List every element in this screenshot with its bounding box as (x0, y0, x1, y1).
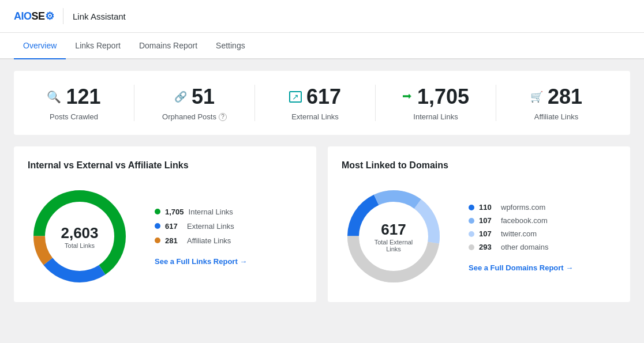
facebook-dot (469, 218, 474, 224)
stat-internal-links: ⮕ 1,705 Internal Links (376, 85, 496, 121)
logo: AIOSE⚙ (14, 10, 54, 22)
domains-total-label: Total External Links (368, 239, 420, 252)
search-icon: 🔍 (47, 90, 61, 104)
external-legend-label: External Links (187, 222, 234, 231)
domains-donut-section: 617 Total External Links 110 wpforms.com (342, 184, 616, 288)
links-full-report-link[interactable]: See a Full Links Report → (155, 257, 247, 266)
posts-crawled-number: 121 (66, 85, 100, 109)
internal-links-label: Internal Links (413, 112, 458, 121)
links-report-anchor[interactable]: See a Full Links Report → (155, 257, 247, 266)
tab-links-report[interactable]: Links Report (66, 33, 130, 59)
logo-o-icon: ⚙ (45, 10, 54, 22)
charts-row: Internal vs External vs Affiliate Links (14, 146, 630, 302)
stat-posts-crawled-row: 🔍 121 (47, 85, 100, 109)
stat-posts-crawled: 🔍 121 Posts Crawled (28, 85, 134, 121)
legend-internal: 1,705 Internal Links (155, 208, 247, 216)
internal-legend-count: 1,705 (165, 208, 184, 216)
affiliate-links-number: 281 (548, 85, 582, 109)
domain-item-wpforms: 110 wpforms.com (469, 203, 573, 212)
stat-orphaned-posts-row: 🔗 51 (174, 85, 215, 109)
affiliate-legend-label: Affiliate Links (187, 236, 231, 245)
domains-full-report-link[interactable]: See a Full Domains Report → (469, 263, 573, 272)
domains-report-anchor[interactable]: See a Full Domains Report → (469, 263, 573, 272)
other-name: other domains (501, 243, 548, 251)
app-title: Link Assistant (73, 12, 126, 21)
links-chart-title: Internal vs External vs Affiliate Links (28, 160, 302, 171)
stats-card: 🔍 121 Posts Crawled 🔗 51 Orphaned Posts … (14, 71, 630, 135)
internal-link-icon: ⮕ (402, 91, 413, 103)
twitter-count: 107 (479, 229, 496, 238)
links-donut-center: 2,603 Total Links (61, 224, 98, 249)
external-links-number: 617 (306, 85, 341, 109)
external-link-icon: ↗ (289, 91, 302, 103)
affiliate-legend-count: 281 (165, 236, 182, 245)
domain-item-other: 293 other domains (469, 243, 573, 251)
stat-external-links: ↗ 617 External Links (255, 85, 376, 121)
nav-tabs: Overview Links Report Domains Report Set… (0, 33, 644, 59)
logo-text: AIOSE⚙ (14, 10, 54, 22)
domains-donut-center: 617 Total External Links (368, 221, 420, 252)
legend-external: 617 External Links (155, 222, 247, 231)
broken-link-icon: 🔗 (174, 91, 187, 103)
links-donut-section: 2,603 Total Links 1,705 Internal Links (28, 184, 302, 288)
domains-total-number: 617 (368, 221, 420, 239)
affiliate-legend-dot (155, 238, 160, 243)
legend-affiliate: 281 Affiliate Links (155, 236, 247, 245)
domains-chart-title: Most Linked to Domains (342, 160, 616, 171)
wpforms-dot (469, 205, 474, 210)
app-header: AIOSE⚙ Link Assistant (0, 0, 644, 33)
orphaned-posts-help-icon[interactable]: ? (219, 113, 227, 121)
links-legend: 1,705 Internal Links 617 External Links … (155, 208, 247, 245)
domains-chart-card: Most Linked to Domains (328, 146, 630, 302)
stat-affiliate-links: 🛒 281 Affiliate Links (496, 85, 616, 121)
other-count: 293 (479, 243, 496, 251)
internal-legend-label: Internal Links (189, 208, 233, 216)
wpforms-name: wpforms.com (501, 203, 545, 212)
domains-legend-area: 110 wpforms.com 107 facebook.com 107 twi… (469, 201, 573, 272)
logo-seo: SE (32, 10, 45, 22)
links-total-number: 2,603 (61, 224, 98, 242)
internal-legend-dot (155, 209, 160, 214)
orphaned-posts-number: 51 (192, 85, 215, 109)
external-legend-dot (155, 223, 160, 229)
logo-aio: AIO (14, 10, 32, 22)
facebook-count: 107 (479, 216, 496, 225)
twitter-name: twitter.com (501, 229, 537, 238)
tab-domains-report[interactable]: Domains Report (130, 33, 207, 59)
external-links-label: External Links (291, 112, 339, 121)
stat-internal-links-row: ⮕ 1,705 (402, 85, 469, 109)
facebook-name: facebook.com (501, 216, 548, 225)
orphaned-posts-label: Orphaned Posts ? (162, 112, 227, 121)
links-donut-wrapper: 2,603 Total Links (28, 184, 132, 288)
main-content: 🔍 121 Posts Crawled 🔗 51 Orphaned Posts … (0, 59, 644, 314)
posts-crawled-label: Posts Crawled (50, 112, 98, 121)
domain-item-facebook: 107 facebook.com (469, 216, 573, 225)
cart-icon: 🛒 (530, 91, 543, 103)
tab-overview[interactable]: Overview (14, 33, 66, 59)
stat-affiliate-links-row: 🛒 281 (530, 85, 582, 109)
affiliate-links-label: Affiliate Links (534, 112, 578, 121)
other-dot (469, 244, 474, 250)
internal-links-number: 1,705 (417, 85, 469, 109)
domains-donut-wrapper: 617 Total External Links (342, 184, 445, 288)
twitter-dot (469, 231, 474, 237)
external-legend-count: 617 (165, 222, 182, 231)
wpforms-count: 110 (479, 203, 496, 212)
tab-settings[interactable]: Settings (207, 33, 254, 59)
links-legend-area: 1,705 Internal Links 617 External Links … (155, 208, 247, 266)
stat-orphaned-posts: 🔗 51 Orphaned Posts ? (134, 85, 255, 121)
header-divider (63, 8, 63, 24)
stat-external-links-row: ↗ 617 (289, 85, 341, 109)
domain-item-twitter: 107 twitter.com (469, 229, 573, 238)
links-total-label: Total Links (61, 242, 98, 249)
links-chart-card: Internal vs External vs Affiliate Links (14, 146, 316, 302)
domains-legend: 110 wpforms.com 107 facebook.com 107 twi… (469, 203, 573, 251)
